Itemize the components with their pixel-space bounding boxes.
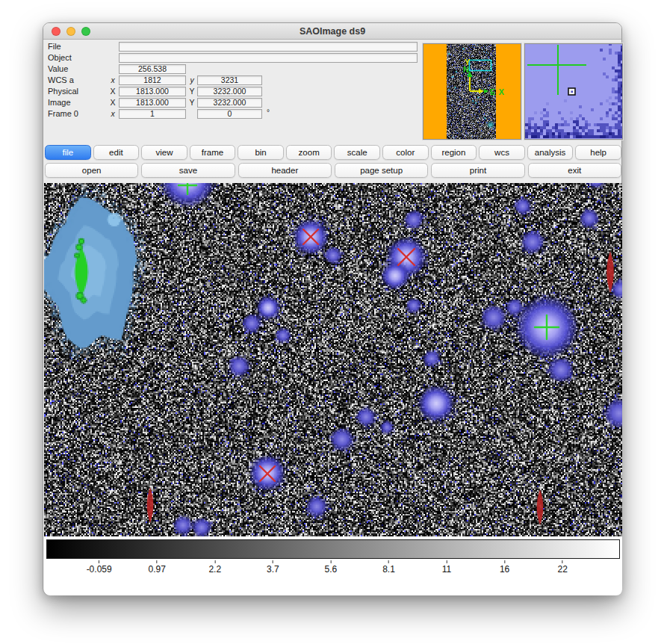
region-x-marker[interactable] — [260, 466, 275, 481]
axis-letter-label: y — [188, 75, 196, 84]
info-row-value: Value — [43, 64, 426, 75]
colorbar-tick: 0.97 — [149, 560, 166, 575]
info-row-label: Value — [48, 64, 68, 73]
menu-button-page-setup[interactable]: page setup — [335, 163, 428, 178]
region-x-marker[interactable] — [398, 249, 415, 265]
info-row-label: Frame 0 — [48, 109, 78, 118]
degree-symbol: ° — [267, 108, 270, 117]
tick-label: 0.97 — [149, 564, 166, 575]
colorbar-section: -0.0590.972.23.75.68.1111622 — [44, 536, 622, 595]
tick-mark — [273, 560, 273, 563]
object-field[interactable] — [119, 53, 418, 63]
magnifier-canvas[interactable] — [525, 44, 622, 139]
tick-label: 2.2 — [208, 564, 221, 575]
info-row-frame-0: Frame 0x° — [43, 108, 426, 120]
region-cross-marker[interactable] — [535, 315, 559, 339]
info-row-wcs-a: WCS axy — [43, 75, 426, 86]
colorbar-ticks: -0.0590.972.23.75.68.1111622 — [46, 560, 620, 581]
colorbar-tick: -0.059 — [87, 560, 112, 575]
ds9-window: SAOImage ds9 FileObjectValueWCS axyPhysi… — [43, 22, 622, 595]
image-x-field[interactable] — [119, 98, 186, 108]
tick-label: 22 — [558, 564, 568, 575]
axis-letter-label: X — [109, 87, 117, 96]
tick-mark — [504, 560, 505, 563]
colorbar-tick: 8.1 — [382, 560, 395, 575]
tick-mark — [562, 560, 563, 563]
tick-mark — [388, 560, 389, 563]
physical-y-field[interactable] — [197, 87, 262, 96]
menu-button-view[interactable]: view — [141, 145, 187, 160]
tick-label: -0.059 — [87, 564, 112, 575]
wcs-a-x-field[interactable] — [119, 75, 186, 85]
menu-button-save[interactable]: save — [141, 163, 235, 178]
cosmic-ray-streak-marker[interactable] — [606, 251, 614, 293]
frame-0-y-field[interactable] — [197, 109, 262, 119]
menu-button-open[interactable]: open — [45, 163, 138, 178]
magnifier-panel[interactable] — [524, 43, 623, 140]
tick-label: 3.7 — [267, 564, 279, 575]
info-row-physical: PhysicalXY — [43, 86, 426, 97]
info-row-label: Object — [48, 53, 72, 62]
colorbar-tick: 5.6 — [325, 560, 338, 575]
menu-button-header[interactable]: header — [238, 163, 332, 178]
colorbar-tick: 16 — [500, 560, 509, 575]
menu-button-frame[interactable]: frame — [190, 145, 236, 160]
axis-letter-label: Y — [188, 87, 196, 96]
physical-x-field[interactable] — [119, 87, 186, 96]
axis-letter-label: X — [109, 98, 117, 107]
frame-0-x-field[interactable] — [119, 109, 186, 119]
image-y-field[interactable] — [197, 98, 262, 108]
info-row-file: File — [43, 41, 426, 52]
cosmic-ray-streak-marker[interactable] — [537, 489, 544, 525]
menu-button-scale[interactable]: scale — [334, 145, 380, 160]
image-display-area[interactable] — [44, 183, 622, 536]
menu-button-print[interactable]: print — [431, 163, 524, 178]
marker-overlay — [44, 183, 622, 536]
colorbar-tick: 11 — [442, 560, 451, 575]
panner-canvas[interactable] — [423, 44, 521, 139]
wcs-a-y-field[interactable] — [197, 75, 262, 85]
window-title: SAOImage ds9 — [43, 26, 621, 37]
info-panel: FileObjectValueWCS axyPhysicalXYImageXYF… — [43, 41, 426, 120]
menu-button-bin[interactable]: bin — [238, 145, 284, 160]
info-row-object: Object — [43, 52, 426, 64]
value-x-field[interactable] — [119, 64, 186, 74]
region-x-marker[interactable] — [303, 229, 318, 244]
menu-button-analysis[interactable]: analysis — [527, 145, 574, 160]
info-row-label: Physical — [48, 87, 78, 96]
axis-letter-label: x — [109, 109, 117, 118]
colorbar-tick: 2.2 — [208, 560, 221, 575]
tick-label: 11 — [442, 564, 451, 575]
menu-button-edit[interactable]: edit — [93, 145, 140, 160]
colorbar-tick: 3.7 — [267, 560, 279, 575]
info-row-image: ImageXY — [43, 97, 426, 108]
menu-button-file[interactable]: file — [45, 145, 91, 160]
axis-letter-label: x — [109, 75, 117, 84]
tick-mark — [330, 560, 331, 563]
info-row-label: File — [48, 42, 61, 51]
axis-letter-label: Y — [188, 98, 196, 107]
tick-label: 16 — [500, 564, 509, 575]
menu-button-wcs[interactable]: wcs — [479, 145, 525, 160]
tick-label: 8.1 — [382, 564, 395, 575]
tick-label: 5.6 — [325, 564, 338, 575]
tick-mark — [157, 560, 158, 563]
menu-button-exit[interactable]: exit — [528, 163, 621, 178]
cosmic-ray-streak-marker[interactable] — [147, 487, 154, 523]
info-row-label: Image — [48, 98, 71, 107]
tick-mark — [214, 560, 215, 563]
menu-button-color[interactable]: color — [382, 145, 429, 160]
submenu-bar: opensaveheaderpage setupprintexit — [45, 163, 621, 178]
region-cross-marker[interactable] — [179, 183, 196, 194]
panner-panel[interactable] — [423, 43, 521, 140]
menu-button-help[interactable]: help — [575, 145, 621, 160]
title-bar[interactable]: SAOImage ds9 — [43, 23, 621, 40]
file-field[interactable] — [119, 42, 418, 52]
tick-mark — [99, 560, 99, 563]
info-row-label: WCS a — [48, 75, 74, 84]
menu-button-zoom[interactable]: zoom — [286, 145, 332, 160]
desktop: SAOImage ds9 FileObjectValueWCS axyPhysi… — [0, 0, 664, 644]
menu-button-region[interactable]: region — [431, 145, 477, 160]
colorbar-gradient[interactable] — [46, 539, 620, 559]
tick-mark — [447, 560, 447, 563]
